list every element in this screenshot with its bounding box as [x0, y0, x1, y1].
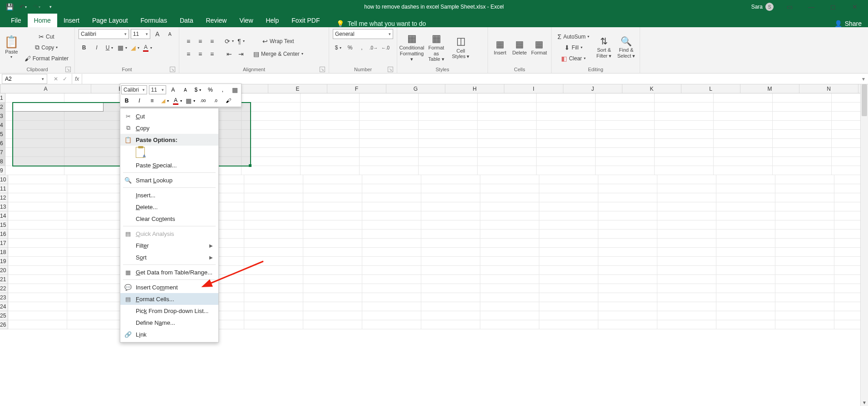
paste-button[interactable]: 📋 Paste ▾ — [4, 35, 20, 59]
row-header-3[interactable]: 3 — [0, 112, 5, 121]
tab-review[interactable]: Review — [200, 14, 233, 27]
row-header-25[interactable]: 25 — [0, 311, 8, 320]
cell[interactable] — [537, 112, 596, 121]
cell[interactable] — [657, 193, 716, 202]
cell[interactable] — [8, 257, 67, 266]
borders-button[interactable]: ▦▾ — [117, 43, 128, 53]
cell[interactable] — [64, 130, 123, 139]
cell[interactable] — [419, 121, 478, 130]
row-header-26[interactable]: 26 — [0, 320, 8, 329]
cell[interactable] — [5, 157, 64, 166]
ctx-define-name[interactable]: Define Name... — [120, 317, 218, 328]
cell[interactable] — [716, 284, 775, 293]
mini-center-icon[interactable]: ≡ — [147, 96, 158, 106]
share-button[interactable]: 👤 Share — [828, 20, 868, 27]
row-header-5[interactable]: 5 — [0, 130, 5, 139]
cell[interactable] — [775, 220, 834, 230]
font-launcher-icon[interactable]: ↘ — [170, 67, 175, 72]
cell[interactable] — [242, 121, 301, 130]
cell[interactable] — [657, 211, 716, 220]
cell[interactable] — [362, 257, 421, 266]
mini-font-name[interactable]: Calibri▾ — [121, 85, 147, 94]
cell[interactable] — [596, 103, 655, 112]
cell[interactable] — [8, 284, 67, 293]
cell[interactable] — [303, 202, 362, 211]
ctx-cut[interactable]: ✂Cut — [120, 110, 218, 122]
cell[interactable] — [773, 121, 832, 130]
ctx-clear-contents[interactable]: Clear Contents — [120, 213, 218, 225]
cell[interactable] — [8, 193, 67, 202]
ctx-get-data-table[interactable]: ▦Get Data from Table/Range... — [120, 266, 218, 278]
row-header-7[interactable]: 7 — [0, 148, 5, 157]
cell[interactable] — [303, 175, 362, 184]
copy-button[interactable]: ⧉Copy▾ — [22, 43, 71, 53]
cell[interactable] — [598, 184, 657, 193]
cell[interactable] — [716, 275, 775, 284]
cell[interactable] — [480, 175, 539, 184]
cell[interactable] — [598, 248, 657, 257]
cell[interactable] — [773, 139, 832, 148]
cell[interactable] — [478, 139, 537, 148]
cell[interactable] — [362, 302, 421, 311]
cell[interactable] — [657, 257, 716, 266]
cell[interactable] — [67, 257, 126, 266]
orientation-icon[interactable]: ⟳▾ — [224, 36, 235, 46]
cell[interactable] — [67, 184, 126, 193]
cell[interactable] — [303, 293, 362, 302]
account-user[interactable]: Sara S — [751, 3, 774, 11]
ctx-insert-comment[interactable]: 💬Insert Comment — [120, 281, 218, 293]
cell[interactable] — [8, 302, 67, 311]
cell[interactable] — [480, 220, 539, 230]
cell[interactable] — [362, 184, 421, 193]
cell[interactable] — [655, 130, 714, 139]
cell[interactable] — [478, 103, 537, 112]
cell[interactable] — [539, 275, 598, 284]
cell[interactable] — [716, 311, 775, 320]
worksheet-grid[interactable]: ABCDEFGHIJKLMNOPQRSTU 123456789101112131… — [0, 84, 868, 406]
cell[interactable] — [419, 112, 478, 121]
cell[interactable] — [775, 266, 834, 275]
vertical-scrollbar[interactable]: ▲ ▼ — [860, 84, 868, 406]
cell[interactable] — [598, 193, 657, 202]
row-header-22[interactable]: 22 — [0, 284, 8, 293]
cell[interactable] — [714, 93, 773, 103]
cell[interactable] — [244, 248, 303, 257]
column-header-A[interactable]: A — [0, 84, 91, 93]
cell[interactable] — [421, 275, 480, 284]
row-header-16[interactable]: 16 — [0, 230, 8, 239]
cell[interactable] — [67, 193, 126, 202]
redo-icon[interactable]: ↷▾ — [31, 1, 43, 12]
cell[interactable] — [596, 93, 655, 103]
cell[interactable] — [716, 293, 775, 302]
cell[interactable] — [657, 302, 716, 311]
close-icon[interactable]: ✕ — [844, 0, 865, 14]
row-header-11[interactable]: 11 — [0, 184, 8, 193]
cell[interactable] — [773, 93, 832, 103]
font-color-button[interactable]: A▾ — [142, 43, 153, 53]
cell[interactable] — [655, 112, 714, 121]
cell[interactable] — [596, 148, 655, 157]
row-header-6[interactable]: 6 — [0, 139, 5, 148]
cell[interactable] — [480, 248, 539, 257]
cell[interactable] — [773, 130, 832, 139]
cell[interactable] — [244, 266, 303, 275]
cell[interactable] — [242, 130, 301, 139]
cell[interactable] — [714, 157, 773, 166]
cell[interactable] — [598, 239, 657, 248]
cell[interactable] — [714, 112, 773, 121]
cell[interactable] — [714, 166, 773, 175]
alignment-launcher-icon[interactable]: ↘ — [320, 67, 325, 72]
currency-icon[interactable]: $▾ — [333, 43, 344, 53]
cell[interactable] — [655, 103, 714, 112]
row-header-15[interactable]: 15 — [0, 220, 8, 230]
cell[interactable] — [421, 284, 480, 293]
row-header-21[interactable]: 21 — [0, 275, 8, 284]
cell[interactable] — [421, 266, 480, 275]
row-header-13[interactable]: 13 — [0, 202, 8, 211]
cell[interactable] — [64, 112, 123, 121]
decrease-font-icon[interactable]: A — [164, 29, 175, 39]
cell[interactable] — [539, 266, 598, 275]
cell[interactable] — [716, 202, 775, 211]
cell[interactable] — [716, 248, 775, 257]
cell[interactable] — [478, 121, 537, 130]
